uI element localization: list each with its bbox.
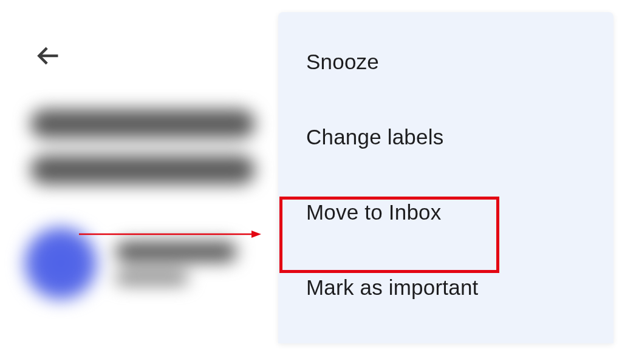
- menu-item-snooze[interactable]: Snooze: [278, 24, 613, 99]
- svg-marker-2: [251, 231, 261, 238]
- back-button[interactable]: [33, 42, 63, 72]
- menu-item-move-to-inbox[interactable]: Move to Inbox: [278, 175, 613, 250]
- blurred-email-content: [18, 109, 279, 300]
- annotation-arrow: [79, 228, 261, 240]
- menu-item-mark-important[interactable]: Mark as important: [278, 250, 613, 325]
- menu-item-change-labels[interactable]: Change labels: [278, 99, 613, 175]
- menu-item-label: Change labels: [306, 125, 443, 149]
- overflow-menu: Snooze Change labels Move to Inbox Mark …: [278, 12, 613, 343]
- arrow-left-icon: [35, 42, 61, 72]
- menu-item-label: Snooze: [306, 50, 379, 73]
- menu-item-label: Mark as important: [306, 275, 479, 299]
- menu-item-label: Move to Inbox: [306, 200, 441, 224]
